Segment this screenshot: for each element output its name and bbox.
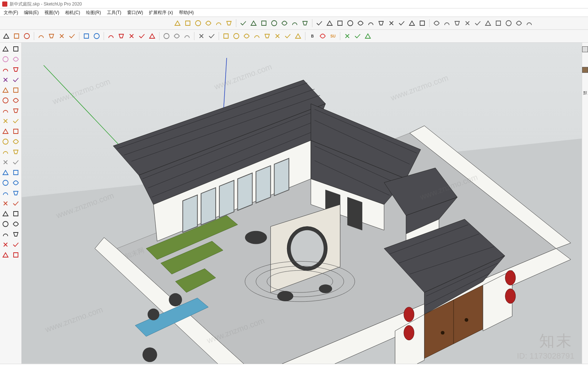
arc-red-icon[interactable] [116,31,126,41]
ext-suapp-icon[interactable]: SU [328,31,338,41]
ext-eyedrop-icon[interactable] [363,31,373,41]
tray-material-swatch[interactable] [582,67,588,73]
curve5-icon[interactable] [356,18,365,28]
cube5-icon[interactable] [262,31,272,41]
menu-view[interactable]: 视图(V) [42,9,62,17]
front-view-icon[interactable] [183,18,193,28]
curve11-icon[interactable] [417,18,427,28]
position-camera-icon[interactable] [1,199,10,208]
pan-tool-icon[interactable] [11,178,21,188]
menu-edit[interactable]: 编辑(E) [21,9,42,17]
tray-swatch[interactable] [582,46,588,52]
face-style2-icon[interactable] [11,230,21,239]
arc2-tool-icon[interactable] [1,106,10,116]
walk-tool-icon[interactable] [1,209,10,218]
section-icon[interactable] [36,31,46,41]
sandbox5-icon[interactable] [473,18,483,28]
select-tool-icon[interactable] [1,44,10,54]
axes-tool-icon[interactable] [1,168,10,177]
move-tool-icon[interactable] [1,127,10,136]
line-tool-icon[interactable] [1,65,10,74]
back-view-icon[interactable] [204,18,213,28]
zoom-tool-icon[interactable] [1,188,10,198]
menu-window[interactable]: 窗口(W) [124,9,146,17]
gem-red-icon[interactable] [1,250,10,260]
arc3-tool-icon[interactable] [11,106,21,116]
shadow-icon[interactable] [197,31,206,41]
curve8-icon[interactable] [387,18,396,28]
ext-green2-icon[interactable] [353,31,362,41]
sandbox2-icon[interactable] [442,18,452,28]
iso-view-icon[interactable] [173,18,182,28]
style-hidden-icon[interactable] [269,18,279,28]
sandbox4-icon[interactable] [463,18,472,28]
protractor-tool-icon[interactable] [1,157,10,167]
eye-icon[interactable] [11,219,21,229]
lasso-tool-icon[interactable] [11,44,21,54]
sandbox9-icon[interactable] [514,18,524,28]
gem-red2-icon[interactable] [11,250,21,260]
cube8-icon[interactable] [293,31,303,41]
sandbox3-icon[interactable] [452,18,462,28]
menu-tools[interactable]: 工具(T) [104,9,124,17]
offset-tool-icon[interactable] [11,116,21,126]
sandbox7-icon[interactable] [494,18,503,28]
pie-tool-icon[interactable] [11,96,21,105]
component-icon[interactable] [12,31,21,41]
section-cut-icon[interactable] [57,31,67,41]
scale-tool-icon[interactable] [1,137,10,146]
pushpull-tool-icon[interactable] [1,116,10,126]
cube4-icon[interactable] [252,31,262,41]
cube2-icon[interactable] [232,31,241,41]
menu-extensions[interactable]: 扩展程序 (x) [146,9,176,17]
paint-red-icon[interactable] [1,240,10,249]
text-tool-icon[interactable] [11,157,21,167]
curve7-icon[interactable] [376,18,386,28]
cube3-icon[interactable] [242,31,251,41]
top-view-icon[interactable] [193,18,203,28]
curve3-icon[interactable] [335,18,345,28]
menu-file[interactable]: 文件(F) [1,9,21,17]
3dtext-tool-icon[interactable] [11,168,21,177]
section-tool-icon[interactable] [11,209,21,218]
arc-tool-icon[interactable] [1,96,10,105]
plugin-c-icon[interactable] [182,31,192,41]
circle-tool-icon[interactable] [1,85,10,95]
curve6-icon[interactable] [366,18,376,28]
sandbox8-icon[interactable] [504,18,513,28]
paint-red2-icon[interactable] [11,240,21,249]
followme-tool-icon[interactable] [11,137,21,146]
style-backedge-icon[interactable] [249,18,258,28]
undo-icon[interactable] [82,31,91,41]
orbit-tool-icon[interactable] [1,178,10,188]
freehand-red-icon[interactable] [127,31,136,41]
cube1-icon[interactable] [221,31,231,41]
eraser-soft-icon[interactable] [1,54,10,64]
rectangle-tool-icon[interactable] [1,75,10,85]
left-view-icon[interactable] [214,18,223,28]
look-around-icon[interactable] [11,199,21,208]
ext-green1-icon[interactable] [343,31,352,41]
right-view-icon[interactable] [224,18,234,28]
rotate-tool-icon[interactable] [11,127,21,136]
curve1-icon[interactable] [315,18,324,28]
ext-b-icon[interactable]: B [308,31,317,41]
bezier-red-icon[interactable] [137,31,147,41]
style-wireframe-icon[interactable] [259,18,269,28]
style-mono-icon[interactable] [300,18,310,28]
weld-red-icon[interactable] [147,31,157,41]
curve9-icon[interactable] [397,18,406,28]
face-style-icon[interactable] [1,230,10,239]
fog-icon[interactable] [207,31,216,41]
tape-tool-icon[interactable] [1,147,10,157]
eraser-hard-icon[interactable] [11,54,21,64]
curve2-icon[interactable] [325,18,334,28]
viewport-3d[interactable]: www.znzmo.com www.znzmo.com www.znzmo.co… [22,43,582,364]
menu-draw[interactable]: 绘图(R) [83,9,104,17]
select-icon[interactable] [1,31,11,41]
cube7-icon[interactable] [283,31,293,41]
paint-icon[interactable] [22,31,32,41]
redo-icon[interactable] [92,31,101,41]
freehand-tool-icon[interactable] [11,65,21,74]
line-red-icon[interactable] [106,31,116,41]
